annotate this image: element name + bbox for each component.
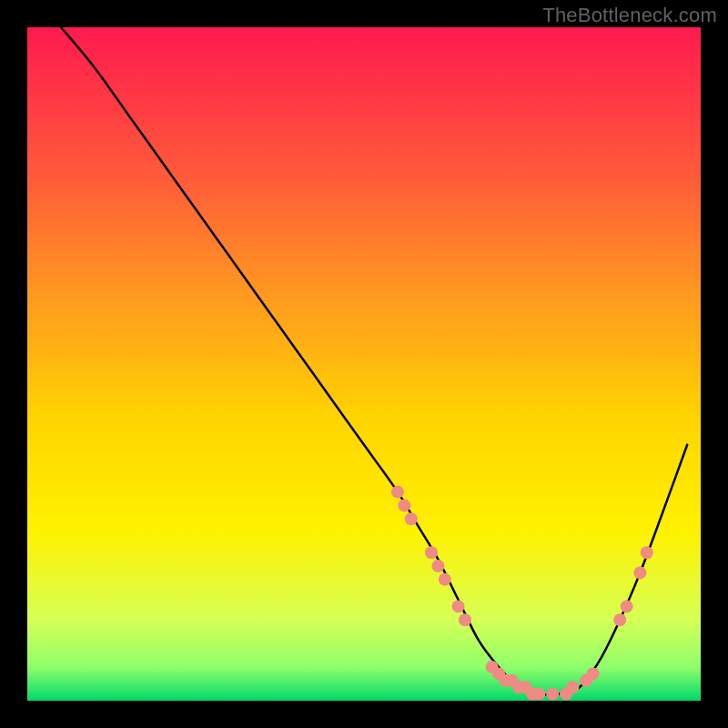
- marker-dot: [405, 512, 418, 525]
- watermark-text: TheBottleneck.com: [542, 4, 717, 27]
- marker-dot: [532, 688, 545, 701]
- marker-dot: [391, 486, 404, 499]
- chart-frame: TheBottleneck.com: [0, 0, 728, 728]
- marker-dot: [459, 613, 471, 626]
- gradient-background: [27, 27, 701, 701]
- marker-dot: [621, 600, 633, 612]
- marker-dot: [613, 613, 626, 626]
- marker-dot: [566, 681, 579, 693]
- marker-dot: [633, 566, 646, 579]
- plot-area: [27, 27, 701, 701]
- marker-dot: [431, 560, 444, 572]
- marker-dot: [425, 546, 438, 559]
- marker-dot: [641, 546, 653, 559]
- marker-dot: [398, 499, 410, 511]
- chart-svg: [27, 27, 701, 701]
- marker-dot: [452, 600, 465, 612]
- marker-dot: [546, 688, 559, 701]
- marker-dot: [439, 573, 451, 586]
- marker-dot: [587, 667, 600, 680]
